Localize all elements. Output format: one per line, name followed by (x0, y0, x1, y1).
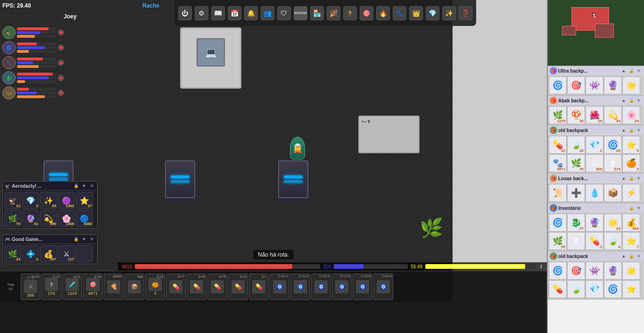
ultra-slot-5[interactable]: 🌟 (622, 76, 640, 94)
old1-slot-5[interactable]: ⭐5 (622, 136, 640, 154)
bag-abak-close[interactable]: ✕ (636, 97, 642, 104)
hotkey-cd[interactable]: C+D G+D ⚔ 306 (21, 274, 41, 300)
bag-inventario-header[interactable]: 🎒 Inventário 🔒 ✕ (548, 203, 644, 213)
old1-slot-7[interactable]: 🌿76 (567, 154, 585, 172)
bag-loxas-lock[interactable]: 🔒 (628, 175, 635, 182)
hotkey-s6[interactable]: S+6 🍊 3 (145, 274, 165, 300)
goodgame-menu[interactable]: ▼ (81, 236, 87, 242)
hotkey-cs2[interactable]: C+S+2 🧿 (290, 274, 310, 300)
abak-slot-4[interactable]: 💫44 (604, 106, 622, 124)
hotkey-cs3[interactable]: C+S+3 🧿 (311, 274, 331, 300)
toolbar-paw[interactable]: 🐾 (393, 6, 406, 20)
old1-slot-3[interactable]: 💎2 (586, 136, 603, 154)
hotkey-cs6[interactable]: C+S+6 🧿 (373, 274, 393, 300)
toolbar-bell[interactable]: 🔔 (244, 6, 258, 20)
hotkey-s9[interactable]: S+9 💊 (207, 274, 227, 300)
abak-slot-5[interactable]: 🌸24 (622, 106, 640, 124)
hotkey-za[interactable]: Z+A 🎯 4871 (83, 274, 103, 300)
bag-ultra-close[interactable]: ✕ (636, 67, 642, 74)
inv-slot-8[interactable]: 💫998 (40, 210, 57, 227)
toolbar-settings[interactable]: ⚙ (195, 6, 208, 20)
bag-abak-lock[interactable]: 🔒 (628, 97, 635, 104)
bag-old2-up[interactable]: ▲ (620, 253, 627, 259)
inv-slot-6[interactable]: 🌿70 (4, 210, 21, 227)
inv-main-slot-7[interactable]: 🗡 (567, 232, 585, 250)
bag-loxas-header[interactable]: 🎒 Loxas back... ▲ 🔒 ✕ (548, 174, 644, 183)
hotkey-s7[interactable]: S+7 💊 (166, 274, 186, 300)
gg-slot-4[interactable]: ⚔117 (58, 245, 75, 262)
old2-slot-5[interactable]: 🌟 (622, 262, 640, 280)
minimap[interactable]: + (548, 0, 644, 66)
old2-slot-6[interactable]: 💊 (549, 280, 567, 298)
toolbar-party2[interactable]: 🎉 (327, 6, 340, 20)
old2-slot-8[interactable]: 💎 (586, 280, 603, 298)
inv-main-slot-6[interactable]: 🌿55 (549, 232, 567, 250)
abak-slot-1[interactable]: 🌿1219 (549, 106, 567, 124)
old1-slot-2[interactable]: 🍃22 (567, 136, 585, 154)
toolbar-star[interactable]: ✨ (442, 6, 456, 20)
old2-slot-2[interactable]: 🎯 (567, 262, 585, 280)
inv-slot-2[interactable]: 💎2 (22, 192, 39, 209)
toolbar-market[interactable]: 🏪 (310, 6, 324, 20)
toolbar-target[interactable]: 🎯 (360, 6, 373, 20)
old2-slot-10[interactable]: ⭐ (622, 280, 640, 298)
bag-ultra-lock[interactable]: 🔒 (628, 67, 635, 74)
party-member-2[interactable]: 🌀 (2, 41, 64, 54)
bag-old1-lock[interactable]: 🔒 (628, 127, 635, 133)
toolbar-power[interactable]: ⏻ (178, 6, 192, 20)
toolbar-party[interactable]: 👥 (261, 6, 274, 20)
bag-abak-header[interactable]: 🎒 Abak backp... ▲ 🔒 ✕ (548, 96, 644, 105)
loxas-slot-2[interactable]: ➕ (567, 184, 585, 202)
toolbar-book[interactable]: 📖 (211, 6, 225, 20)
old2-slot-7[interactable]: 🍃 (567, 280, 585, 298)
toolbar-arena[interactable]: ARENA (294, 6, 308, 20)
toolbar-gem[interactable]: 💎 (426, 6, 439, 20)
loxas-slot-3[interactable]: 💧 (586, 184, 603, 202)
toolbar-shield[interactable]: 🛡 (277, 6, 291, 20)
toolbar-calendar[interactable]: 📅 (228, 6, 241, 20)
hotkey-sm[interactable]: S+- 💊 (249, 274, 269, 300)
inv-main-slot-4[interactable]: 🌟23 (604, 214, 622, 232)
party-member-3[interactable]: 🐾 (2, 56, 64, 69)
game-area[interactable]: FPS: 29.40 Joey Rache ⏻ ⚙ 📖 📅 🔔 👥 🛡 AREN… (0, 0, 547, 302)
gg-slot-1[interactable]: 🌿34 (4, 245, 21, 262)
ultra-slot-4[interactable]: 🔮 (604, 76, 622, 94)
party-member-1[interactable]: 🦅 (2, 26, 64, 39)
gg-slot-5[interactable] (76, 245, 93, 262)
loxas-slot-1[interactable]: 📜 (549, 184, 567, 202)
inv-main-slot-9[interactable]: 🍃4 (604, 232, 622, 250)
toolbar-fire[interactable]: 🔥 (376, 6, 390, 20)
bag-ultra-up[interactable]: ▲ (620, 67, 627, 74)
ultra-slot-1[interactable]: 🌀 (549, 76, 567, 94)
hotkey-s0[interactable]: S+0 💊 (228, 274, 248, 300)
inv-main-slot-2[interactable]: 🐉37 (567, 214, 585, 232)
hotkey-cs4[interactable]: C+S+4 🧿 (332, 274, 352, 300)
inv-slot-1[interactable]: 🦅12 (4, 192, 21, 209)
bag-old2-close[interactable]: ✕ (636, 253, 642, 259)
old1-slot-10[interactable]: 🍊3 (622, 154, 640, 172)
party-member-5[interactable]: 🦋 (2, 86, 64, 100)
inv-slot-3[interactable]: ✨25 (40, 192, 57, 209)
bag-inventario-lock[interactable]: 🔒 (628, 205, 635, 211)
hotkey-cs1[interactable]: C+S+1 🧿 (270, 274, 289, 300)
hotkey-cz[interactable]: C+Z 🗡 274 (41, 274, 61, 300)
abak-slot-3[interactable]: 🌺26 (586, 106, 603, 124)
bag-loxas-close[interactable]: ✕ (636, 175, 642, 182)
aerodactyl-lock[interactable]: 🔒 (73, 183, 79, 189)
ultra-slot-3[interactable]: 👾 (586, 76, 603, 94)
old1-slot-8[interactable]: ⚔306 (586, 154, 603, 172)
bag-ultra-header[interactable]: 🎒 Ultra backp... ▲ 🔒 ✕ (548, 66, 644, 75)
bag-loxas-up[interactable]: ▲ (620, 175, 627, 182)
old1-slot-1[interactable]: 💊10 (549, 136, 567, 154)
toolbar-crown[interactable]: 👑 (409, 6, 423, 20)
bag-old2-header[interactable]: 🎒 old backpack ▲ 🔒 ✕ (548, 251, 644, 261)
ultra-slot-2[interactable]: 🎯 (567, 76, 585, 94)
gg-slot-3[interactable]: 💰597 (40, 245, 57, 262)
hotkey-cs5[interactable]: C+S+5 🧿 (353, 274, 372, 300)
loxas-slot-4[interactable]: 📦 (604, 184, 622, 202)
bag-old1-header[interactable]: 🎒 old backpack ▲ 🔒 ✕ (548, 125, 644, 135)
loxas-slot-5[interactable]: ⚡ (622, 184, 640, 202)
inv-main-slot-1[interactable]: 🌀 (549, 214, 567, 232)
old2-slot-3[interactable]: 👾 (586, 262, 603, 280)
bag-inventario-close[interactable]: ✕ (636, 205, 642, 211)
